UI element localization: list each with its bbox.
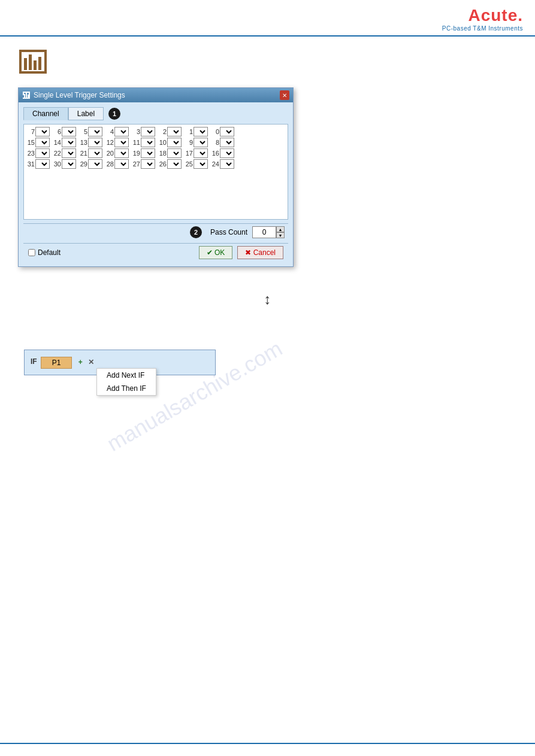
channel-cell-21: 21 X01 bbox=[79, 148, 104, 158]
dialog-title-icon bbox=[22, 91, 31, 99]
channel-select-17[interactable]: X01 bbox=[194, 148, 208, 158]
dialog-wrapper: Single Level Trigger Settings ✕ Channel … bbox=[18, 87, 517, 267]
channel-select-27[interactable]: X01 bbox=[141, 159, 155, 169]
channel-cell-22: 22 X01 bbox=[53, 148, 78, 158]
channel-cell-1: 1 X01 bbox=[185, 127, 210, 136]
tab-row: Channel Label 1 bbox=[23, 107, 288, 120]
channel-select-6[interactable]: X01 bbox=[62, 127, 76, 136]
channel-select-25[interactable]: X01 bbox=[194, 159, 208, 169]
header: Acute. PC-based T&M Instruments bbox=[0, 0, 535, 37]
logo-subtitle: PC-based T&M Instruments bbox=[442, 25, 523, 32]
channel-select-1[interactable]: X01 bbox=[194, 127, 208, 136]
default-label: Default bbox=[38, 248, 61, 257]
add-trigger-button[interactable]: + bbox=[75, 357, 85, 367]
badge-1: 1 bbox=[108, 108, 120, 120]
channel-cell-0: 0 X01 bbox=[211, 127, 236, 136]
spinner-down-button[interactable]: ▼ bbox=[276, 232, 285, 238]
channel-row-1: 15 X01 14 X01 13 X01 12 bbox=[26, 138, 285, 147]
page-content: Single Level Trigger Settings ✕ Channel … bbox=[0, 37, 535, 393]
channel-cell-16: 16 X01 bbox=[211, 148, 236, 158]
channel-cell-28: 28 X01 bbox=[105, 159, 131, 169]
tab-channel[interactable]: Channel bbox=[23, 107, 68, 120]
footer-line bbox=[0, 743, 535, 744]
channel-cell-31: 31 X01 bbox=[26, 159, 52, 169]
channel-select-7[interactable]: X01RF bbox=[35, 127, 50, 136]
channel-cell-26: 26 X01 bbox=[158, 159, 183, 169]
channel-select-28[interactable]: X01 bbox=[114, 159, 129, 169]
channel-select-31[interactable]: X01 bbox=[35, 159, 50, 169]
channel-cell-11: 11 X01 bbox=[132, 138, 157, 147]
channel-cell-25: 25 X01 bbox=[185, 159, 210, 169]
channel-row-0: 7 X01RF 6 X01 5 X01 4 X0 bbox=[26, 127, 285, 136]
if-label: IF bbox=[31, 357, 37, 366]
menu-item-add-then-if[interactable]: Add Then IF bbox=[97, 382, 156, 395]
channel-cell-23: 23 X01 bbox=[26, 148, 52, 158]
svg-rect-4 bbox=[19, 54, 22, 72]
channel-select-4[interactable]: X01 bbox=[114, 127, 129, 136]
channel-select-10[interactable]: X01 bbox=[167, 138, 182, 147]
channel-select-9[interactable]: X01 bbox=[194, 138, 208, 147]
p1-button[interactable]: P1 bbox=[41, 357, 72, 369]
channel-select-26[interactable]: X01 bbox=[167, 159, 182, 169]
channel-cell-8: 8 X01 bbox=[211, 138, 236, 147]
channel-cell-2: 2 X01 bbox=[158, 127, 183, 136]
svg-rect-3 bbox=[19, 71, 47, 74]
channel-select-21[interactable]: X01 bbox=[88, 148, 102, 158]
dialog: Single Level Trigger Settings ✕ Channel … bbox=[18, 87, 294, 267]
channel-select-19[interactable]: X01 bbox=[141, 148, 155, 158]
channel-select-29[interactable]: X01 bbox=[88, 159, 102, 169]
channel-select-20[interactable]: X01 bbox=[114, 148, 129, 158]
svg-rect-14 bbox=[26, 93, 27, 98]
pass-count-label: Pass Count bbox=[210, 228, 247, 236]
svg-rect-13 bbox=[24, 94, 25, 98]
tab-label[interactable]: Label bbox=[68, 107, 104, 120]
channel-select-5[interactable]: X01 bbox=[88, 127, 102, 136]
logo-text: Acute. bbox=[442, 6, 523, 25]
spinner-up-button[interactable]: ▲ bbox=[276, 226, 285, 232]
channel-cell-20: 20 X01 bbox=[105, 148, 131, 158]
ok-button[interactable]: ✔ OK bbox=[199, 246, 233, 259]
channel-select-11[interactable]: X01 bbox=[141, 138, 155, 147]
channel-cell-9: 9 X01 bbox=[185, 138, 210, 147]
channel-select-12[interactable]: X01 bbox=[114, 138, 129, 147]
dialog-close-button[interactable]: ✕ bbox=[280, 90, 289, 100]
channel-row-3: 31 X01 30 X01 29 X01 28 bbox=[26, 159, 285, 169]
dialog-titlebar: Single Level Trigger Settings ✕ bbox=[19, 88, 293, 102]
channel-cell-4: 4 X01 bbox=[105, 127, 131, 136]
channel-cell-3: 3 X01 bbox=[132, 127, 157, 136]
menu-item-add-next-if[interactable]: Add Next IF bbox=[97, 369, 156, 382]
cancel-button[interactable]: ✖ Cancel bbox=[237, 246, 283, 259]
channel-cell-13: 13 X01 bbox=[79, 138, 104, 147]
channel-select-22[interactable]: X01 bbox=[62, 148, 76, 158]
channel-select-15[interactable]: X01 bbox=[35, 138, 50, 147]
svg-rect-1 bbox=[19, 50, 47, 52]
trigger-row: IF P1 + ✕ Add Next IF Add Then IF bbox=[24, 350, 216, 375]
logo-area: Acute. PC-based T&M Instruments bbox=[442, 6, 523, 32]
pass-count-spinner: 0 ▲ ▼ bbox=[252, 226, 285, 238]
channel-cell-27: 27 X01 bbox=[132, 159, 157, 169]
dialog-title-text: Single Level Trigger Settings bbox=[34, 91, 125, 99]
channel-select-24[interactable]: X01 bbox=[220, 159, 234, 169]
trigger-icons: + ✕ bbox=[75, 357, 96, 367]
arrow-down-icon: ↕ bbox=[264, 291, 271, 308]
channel-select-18[interactable]: X01 bbox=[167, 148, 182, 158]
channel-select-2[interactable]: X01 bbox=[167, 127, 182, 136]
channel-select-13[interactable]: X01 bbox=[88, 138, 102, 147]
channel-cell-29: 29 X01 bbox=[79, 159, 104, 169]
pass-count-input[interactable]: 0 bbox=[252, 226, 276, 238]
context-menu: Add Next IF Add Then IF bbox=[96, 368, 156, 396]
footer-left: Default bbox=[28, 248, 61, 257]
channel-select-30[interactable]: X01 bbox=[62, 159, 76, 169]
channel-select-14[interactable]: X01 bbox=[62, 138, 76, 147]
channel-select-8[interactable]: X01 bbox=[220, 138, 234, 147]
channel-select-23[interactable]: X01 bbox=[35, 148, 50, 158]
channel-select-0[interactable]: X01 bbox=[220, 127, 234, 136]
default-checkbox[interactable] bbox=[28, 249, 35, 256]
channel-select-3[interactable]: X01 bbox=[141, 127, 155, 136]
channel-cell-30: 30 X01 bbox=[53, 159, 78, 169]
channel-cell-7: 7 X01RF bbox=[26, 127, 52, 136]
remove-trigger-button[interactable]: ✕ bbox=[86, 357, 96, 367]
arrow-section: ↕ bbox=[18, 279, 517, 320]
channel-cell-15: 15 X01 bbox=[26, 138, 52, 147]
channel-select-16[interactable]: X01 bbox=[220, 148, 234, 158]
